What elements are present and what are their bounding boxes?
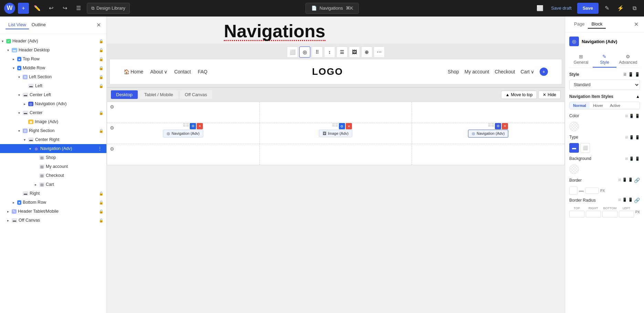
tree-toggle-right-section[interactable]: ▾	[17, 128, 21, 133]
grid-settings-icon-3[interactable]: ⚙	[110, 146, 114, 152]
tab-list-view[interactable]: List View	[6, 21, 29, 29]
panel-close-button[interactable]: ✕	[96, 22, 101, 28]
customize-button[interactable]: ⚡	[615, 3, 626, 14]
br-top-input[interactable]	[569, 211, 584, 218]
border-color-swatch[interactable]	[569, 186, 578, 195]
nav-myaccount[interactable]: My account	[465, 69, 489, 74]
tree-toggle-left-section[interactable]: ▾	[17, 74, 21, 79]
tree-item-checkout[interactable]: ▤Checkout	[0, 171, 106, 180]
tree-toggle-header-adv[interactable]: ▾	[0, 39, 5, 43]
nav-add-button[interactable]: +	[540, 68, 548, 76]
br-bottom-input[interactable]	[602, 211, 617, 218]
tree-toggle-bottom-row[interactable]: ▸	[11, 200, 16, 205]
tab-page[interactable]: Page	[571, 20, 588, 29]
tree-toggle-middle-row[interactable]: ▾	[11, 65, 16, 70]
nis-collapse-icon[interactable]: ▲	[636, 94, 640, 99]
border-width-input[interactable]	[585, 188, 599, 194]
block-delete-btn-nav-right[interactable]: ✕	[502, 123, 508, 129]
tree-item-center-left[interactable]: ▾▬Center Left	[0, 90, 106, 99]
edit-view-button[interactable]: ✎	[601, 3, 612, 14]
preview-button[interactable]: ⬜	[534, 3, 546, 14]
nav-checkout[interactable]: Checkout	[495, 69, 515, 74]
nav-toolbar-image[interactable]: 🖼	[349, 47, 360, 58]
tab-block[interactable]: Block	[588, 20, 606, 29]
tree-toggle-cart[interactable]: ▸	[33, 182, 38, 187]
grid-settings-icon-2[interactable]: ⚙	[110, 125, 114, 131]
br-left-input[interactable]	[619, 211, 634, 218]
nis-tab-normal[interactable]: Normal	[570, 102, 590, 109]
tree-toggle-checkout[interactable]	[33, 173, 38, 178]
tree-item-header-tablet-mobile[interactable]: ▸✎Header Tablet/Mobile🔒	[0, 207, 106, 216]
save-draft-button[interactable]: Save draft	[548, 6, 574, 11]
tree-toggle-shop[interactable]	[33, 155, 38, 160]
tree-item-shop[interactable]: ▤Shop	[0, 153, 106, 162]
nav-toolbar-more[interactable]: ⋯	[374, 47, 385, 58]
type-btn-outline[interactable]: ⬜	[580, 143, 590, 153]
tree-item-left-section[interactable]: ▾⊞Left Section🔒	[0, 72, 106, 81]
tab-outline[interactable]: Outline	[29, 21, 49, 29]
nav-toolbar-select[interactable]: ⬜	[287, 47, 298, 58]
tree-item-left[interactable]: ▬Left🔒	[0, 81, 106, 90]
tree-toggle-header-desktop[interactable]: ▾	[6, 48, 10, 52]
block-settings-btn-image[interactable]: ⚙	[339, 123, 345, 129]
tree-toggle-off-canvas[interactable]: ▸	[6, 218, 10, 223]
nav-left-block[interactable]: ⠿⠿ ⚙ ✕ ◎ Navigation (Adv)	[163, 130, 203, 138]
tree-toggle-header-tablet-mobile[interactable]: ▸	[6, 209, 10, 214]
tree-item-navigation-adv-2[interactable]: ▾◎Navigation (Adv)⋮	[0, 144, 106, 153]
nav-shop[interactable]: Shop	[448, 69, 459, 74]
nis-tab-active[interactable]: Active	[606, 102, 624, 109]
tree-item-image-adv[interactable]: ▣Image (Adv)	[0, 117, 106, 126]
nav-toolbar-drag[interactable]: ⠿	[312, 47, 323, 58]
block-delete-btn-nav-left[interactable]: ✕	[197, 123, 203, 129]
block-settings-btn-nav-left[interactable]: ⚙	[190, 123, 196, 129]
nis-tab-hover[interactable]: Hover	[590, 102, 606, 109]
redo-button[interactable]: ↪	[59, 3, 70, 14]
tree-item-navigation-adv-1[interactable]: ▸◎Navigation (Adv)	[0, 99, 106, 108]
gs-tab-general[interactable]: ⊞ General	[569, 52, 593, 68]
undo-button[interactable]: ↩	[45, 3, 56, 14]
tree-toggle-navigation-adv-1[interactable]: ▸	[22, 101, 27, 106]
tree-item-top-row[interactable]: ▸●Top Row🔒	[0, 54, 106, 63]
list-view-button[interactable]: ☰	[73, 3, 84, 14]
tree-more-navigation-adv-2[interactable]: ⋮	[96, 146, 104, 151]
nav-contact[interactable]: Contact	[174, 69, 191, 74]
tree-item-center[interactable]: ▾▬Center🔒	[0, 108, 106, 117]
wp-logo-icon[interactable]: W	[4, 3, 15, 14]
tree-item-middle-row[interactable]: ▾●Middle Row🔒	[0, 63, 106, 72]
tree-item-right[interactable]: ▬Right🔒	[0, 189, 106, 198]
tree-toggle-navigation-adv-2[interactable]: ▾	[28, 146, 32, 151]
nav-faq[interactable]: FAQ	[198, 69, 207, 74]
nav-toolbar-add[interactable]: ⊕	[361, 47, 372, 58]
move-to-top-button[interactable]: ▲ Move to top	[501, 91, 537, 99]
tree-item-off-canvas[interactable]: ▸▬Off Canvas🔒	[0, 216, 106, 225]
tree-item-my-account[interactable]: ▤My account	[0, 162, 106, 171]
save-button[interactable]: Save	[577, 3, 599, 14]
tab-off-canvas[interactable]: Off Canvas	[180, 90, 212, 99]
tree-toggle-right[interactable]	[17, 191, 21, 196]
right-panel-close-button[interactable]: ✕	[634, 21, 638, 28]
background-swatch[interactable]	[569, 164, 579, 174]
nav-toolbar-align[interactable]: ☰	[336, 47, 347, 58]
gs-tab-style[interactable]: ✎ Style	[593, 52, 616, 68]
tree-item-bottom-row[interactable]: ▸●Bottom Row🔒	[0, 198, 106, 207]
tree-item-cart[interactable]: ▸▤Cart	[0, 180, 106, 189]
settings-button[interactable]: ⧉	[629, 3, 640, 14]
nav-toolbar-move[interactable]: ↕	[324, 47, 335, 58]
tree-toggle-center[interactable]: ▾	[17, 110, 21, 115]
tree-item-header-desktop[interactable]: ▾▬Header Desktop🔒	[0, 46, 106, 54]
tab-desktop[interactable]: Desktop	[111, 90, 138, 99]
add-button[interactable]: +	[18, 3, 29, 14]
navigations-button[interactable]: 📄 Navigations ⌘K	[305, 3, 359, 14]
nav-cart[interactable]: Cart ∨	[521, 69, 534, 74]
tab-tablet-mobile[interactable]: Tablet / Mobile	[139, 90, 178, 99]
tree-toggle-top-row[interactable]: ▸	[11, 57, 16, 61]
color-swatch[interactable]	[569, 122, 579, 131]
nav-home[interactable]: 🏠 Home	[124, 69, 143, 74]
nav-about[interactable]: About ∨	[150, 69, 167, 74]
nav-toolbar-edit[interactable]: ◎	[299, 47, 310, 58]
tree-toggle-image-adv[interactable]	[22, 119, 27, 124]
grid-settings-icon-1[interactable]: ⚙	[110, 104, 114, 110]
gs-tab-advanced[interactable]: ⚙ Advanced	[616, 52, 640, 68]
tree-toggle-left[interactable]	[22, 83, 27, 88]
nav-right-block[interactable]: ⠿⠿ ⚙ ✕ ◎ Navigation (Adv)	[468, 130, 508, 138]
